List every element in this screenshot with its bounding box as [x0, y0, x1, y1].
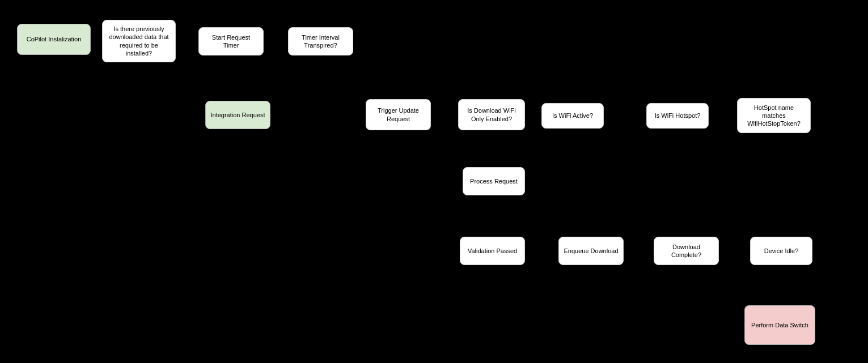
- timer-interval[interactable]: Timer Interval Transpired?: [288, 27, 353, 55]
- process-request[interactable]: Process Request: [463, 167, 525, 195]
- download-complete[interactable]: Download Complete?: [654, 237, 719, 265]
- validation-passed[interactable]: Validation Passed: [460, 237, 525, 265]
- wifi-active[interactable]: Is WiFi Active?: [541, 103, 604, 129]
- trigger-update-request[interactable]: Trigger Update Request: [366, 99, 431, 130]
- perform-data-switch[interactable]: Perform Data Switch: [744, 305, 815, 345]
- previously-downloaded[interactable]: Is there previously downloaded data that…: [102, 20, 176, 62]
- integration-request[interactable]: Integration Request: [205, 101, 270, 129]
- download-wifi-only[interactable]: Is Download WiFi Only Enabled?: [458, 99, 525, 130]
- device-idle[interactable]: Device Idle?: [750, 237, 812, 265]
- flow-canvas: CoPilot InstalizationIs there previously…: [0, 0, 868, 363]
- start-request-timer[interactable]: Start Request Timer: [198, 27, 264, 55]
- copilot-init[interactable]: CoPilot Instalization: [17, 24, 91, 55]
- wifi-hotspot[interactable]: Is WiFi Hotspot?: [646, 103, 709, 129]
- enqueue-download[interactable]: Enqueue Download: [558, 237, 624, 265]
- hotspot-name-matches[interactable]: HotSpot name matches WifiHotStopToken?: [737, 98, 811, 133]
